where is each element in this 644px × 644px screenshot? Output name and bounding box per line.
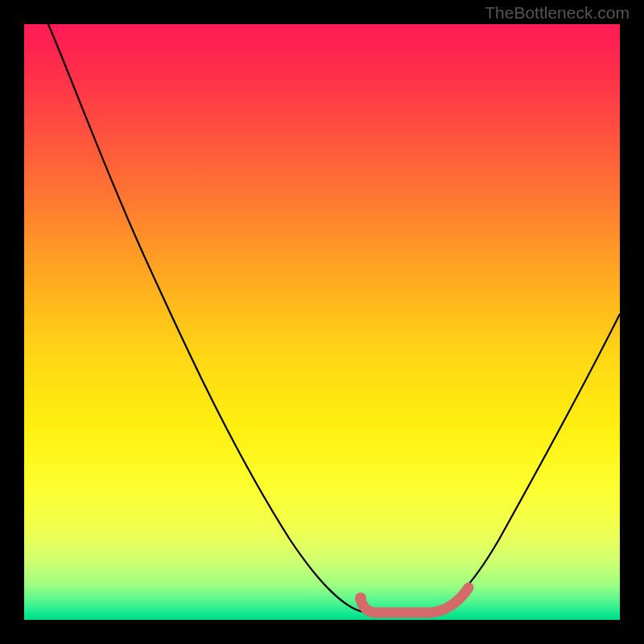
curve-svg [24,24,620,620]
bottleneck-curve-path [48,24,620,612]
optimal-region-highlight [361,588,469,613]
plot-area [24,24,620,620]
watermark-text: TheBottleneck.com [485,3,630,23]
highlight-start-dot [355,592,366,604]
